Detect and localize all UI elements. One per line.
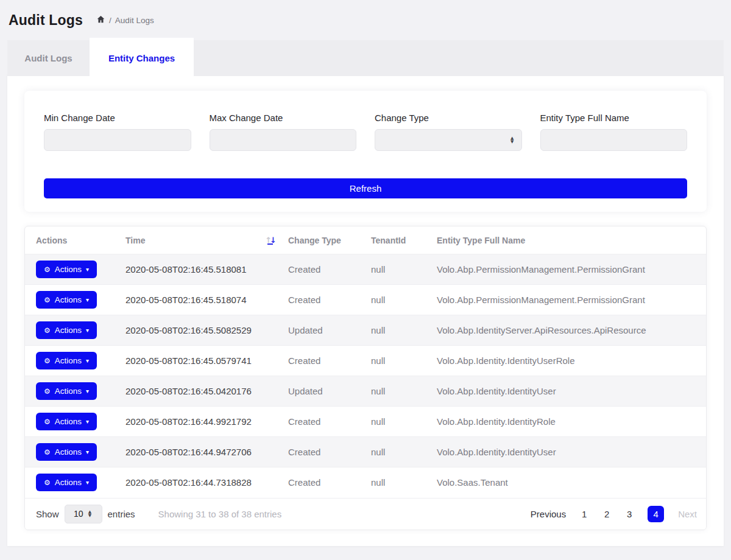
- refresh-button[interactable]: Refresh: [44, 178, 687, 198]
- cell-time: 2020-05-08T02:16:44.9472706: [125, 437, 288, 467]
- caret-down-icon: ▾: [86, 296, 89, 303]
- table-header-row: Actions Time ↑↓ Change Type TenantId Ent…: [25, 226, 706, 254]
- cell-change-type: Created: [288, 254, 371, 285]
- pagination-page[interactable]: 3: [625, 509, 634, 519]
- caret-down-icon: ▾: [86, 388, 89, 394]
- cell-tenantid: null: [371, 467, 437, 498]
- table-row: ⚙ Actions ▾ 2020-05-08T02:16:44.9472706 …: [25, 437, 706, 467]
- row-actions-button[interactable]: ⚙ Actions ▾: [36, 261, 97, 278]
- row-actions-button[interactable]: ⚙ Actions ▾: [36, 413, 97, 430]
- select-arrows-icon: ▲▼: [510, 136, 514, 144]
- tab-audit-logs[interactable]: Audit Logs: [7, 40, 90, 76]
- gear-icon: ⚙: [44, 265, 51, 274]
- tab-entity-changes[interactable]: Entity Changes: [90, 38, 194, 78]
- cell-entity-type-full-name: Volo.Abp.Identity.IdentityUser: [437, 376, 706, 407]
- row-actions-button[interactable]: ⚙ Actions ▾: [36, 382, 97, 400]
- caret-down-icon: ▾: [86, 418, 89, 425]
- gear-icon: ⚙: [44, 296, 51, 304]
- cell-entity-type-full-name: Volo.Abp.PermissionManagement.Permission…: [437, 285, 706, 315]
- row-actions-button[interactable]: ⚙ Actions ▾: [36, 443, 97, 461]
- breadcrumb-current: Audit Logs: [115, 16, 154, 25]
- entity-type-full-name-input[interactable]: [540, 129, 688, 151]
- caret-down-icon: ▾: [86, 357, 89, 364]
- min-change-date-input[interactable]: [44, 129, 191, 151]
- sort-icon[interactable]: ↑↓: [265, 236, 275, 245]
- cell-change-type: Created: [288, 407, 371, 437]
- max-change-date-input[interactable]: [210, 129, 357, 151]
- min-change-date-label: Min Change Date: [44, 113, 191, 123]
- row-actions-button[interactable]: ⚙ Actions ▾: [36, 291, 97, 309]
- cell-time: 2020-05-08T02:16:45.5082529: [125, 315, 288, 346]
- filter-max-change-date: Max Change Date: [210, 113, 357, 151]
- cell-change-type: Updated: [288, 315, 371, 346]
- cell-entity-type-full-name: Volo.Abp.IdentityServer.ApiResources.Api…: [437, 315, 706, 346]
- table-row: ⚙ Actions ▾ 2020-05-08T02:16:45.518074 C…: [25, 285, 706, 315]
- pagination: Previous 1 2 3 4 Next: [531, 506, 697, 522]
- home-icon[interactable]: [96, 15, 105, 26]
- pagination-next[interactable]: Next: [678, 509, 697, 519]
- max-change-date-label: Max Change Date: [210, 113, 357, 123]
- entity-type-full-name-label: Entity Type Full Name: [540, 113, 688, 123]
- cell-actions: ⚙ Actions ▾: [25, 407, 125, 437]
- pagination-page[interactable]: 2: [602, 509, 611, 519]
- table-body: ⚙ Actions ▾ 2020-05-08T02:16:45.518081 C…: [25, 254, 706, 498]
- cell-change-type: Created: [288, 285, 371, 315]
- entries-label: entries: [108, 509, 135, 519]
- cell-change-type: Created: [288, 467, 371, 498]
- row-actions-button[interactable]: ⚙ Actions ▾: [36, 474, 97, 491]
- table-card: Actions Time ↑↓ Change Type TenantId Ent…: [24, 226, 707, 530]
- cell-actions: ⚙ Actions ▾: [25, 346, 125, 376]
- table-row: ⚙ Actions ▾ 2020-05-08T02:16:45.518081 C…: [25, 254, 706, 285]
- change-type-label: Change Type: [375, 113, 522, 123]
- table-row: ⚙ Actions ▾ 2020-05-08T02:16:45.0420176 …: [25, 376, 706, 407]
- column-header-time[interactable]: Time ↑↓: [125, 226, 288, 254]
- breadcrumb-separator: /: [109, 16, 111, 25]
- cell-time: 2020-05-08T02:16:44.7318828: [125, 467, 288, 498]
- gear-icon: ⚙: [44, 418, 51, 426]
- entries-info: Showing 31 to 38 of 38 entries: [158, 509, 282, 519]
- page-size-select[interactable]: 10 ▲▼: [65, 505, 102, 523]
- gear-icon: ⚙: [44, 357, 51, 365]
- filter-card: Min Change Date Max Change Date Change T…: [24, 91, 707, 212]
- pagination-previous[interactable]: Previous: [531, 509, 566, 519]
- cell-actions: ⚙ Actions ▾: [25, 254, 125, 285]
- cell-change-type: Updated: [288, 376, 371, 407]
- cell-tenantid: null: [371, 407, 437, 437]
- content-card: Min Change Date Max Change Date Change T…: [7, 74, 724, 546]
- cell-actions: ⚙ Actions ▾: [25, 437, 125, 467]
- row-actions-button[interactable]: ⚙ Actions ▾: [36, 352, 97, 369]
- filter-entity-type-full-name: Entity Type Full Name: [540, 113, 688, 151]
- table-row: ⚙ Actions ▾ 2020-05-08T02:16:45.0579741 …: [25, 346, 706, 376]
- page-header: Audit Logs / Audit Logs: [0, 0, 731, 38]
- cell-time: 2020-05-08T02:16:45.518081: [125, 254, 288, 285]
- cell-tenantid: null: [371, 437, 437, 467]
- cell-time: 2020-05-08T02:16:45.0579741: [125, 346, 288, 376]
- pagination-page[interactable]: 4: [648, 506, 664, 522]
- cell-entity-type-full-name: Volo.Abp.PermissionManagement.Permission…: [437, 254, 706, 285]
- filter-min-change-date: Min Change Date: [44, 113, 191, 151]
- row-actions-button[interactable]: ⚙ Actions ▾: [36, 321, 97, 339]
- cell-actions: ⚙ Actions ▾: [25, 315, 125, 346]
- cell-tenantid: null: [371, 315, 437, 346]
- column-header-change-type[interactable]: Change Type: [288, 226, 371, 254]
- change-type-select[interactable]: ▲▼: [375, 129, 522, 151]
- table-row: ⚙ Actions ▾ 2020-05-08T02:16:44.9921792 …: [25, 407, 706, 437]
- column-header-entity-type-full-name[interactable]: Entity Type Full Name: [437, 226, 706, 254]
- tabbar: Audit Logs Entity Changes: [7, 40, 724, 76]
- cell-change-type: Created: [288, 437, 371, 467]
- cell-actions: ⚙ Actions ▾: [25, 285, 125, 315]
- cell-entity-type-full-name: Volo.Abp.Identity.IdentityUser: [437, 437, 706, 467]
- table-row: ⚙ Actions ▾ 2020-05-08T02:16:44.7318828 …: [25, 467, 706, 498]
- cell-actions: ⚙ Actions ▾: [25, 467, 125, 498]
- cell-change-type: Created: [288, 346, 371, 376]
- cell-tenantid: null: [371, 376, 437, 407]
- cell-time: 2020-05-08T02:16:44.9921792: [125, 407, 288, 437]
- show-label: Show: [36, 509, 59, 519]
- gear-icon: ⚙: [44, 387, 51, 396]
- cell-tenantid: null: [371, 285, 437, 315]
- pagination-page[interactable]: 1: [580, 509, 588, 519]
- breadcrumb: / Audit Logs: [96, 15, 154, 26]
- cell-entity-type-full-name: Volo.Saas.Tenant: [437, 467, 706, 498]
- select-arrows-icon: ▲▼: [88, 510, 91, 517]
- column-header-tenantid[interactable]: TenantId: [371, 226, 437, 254]
